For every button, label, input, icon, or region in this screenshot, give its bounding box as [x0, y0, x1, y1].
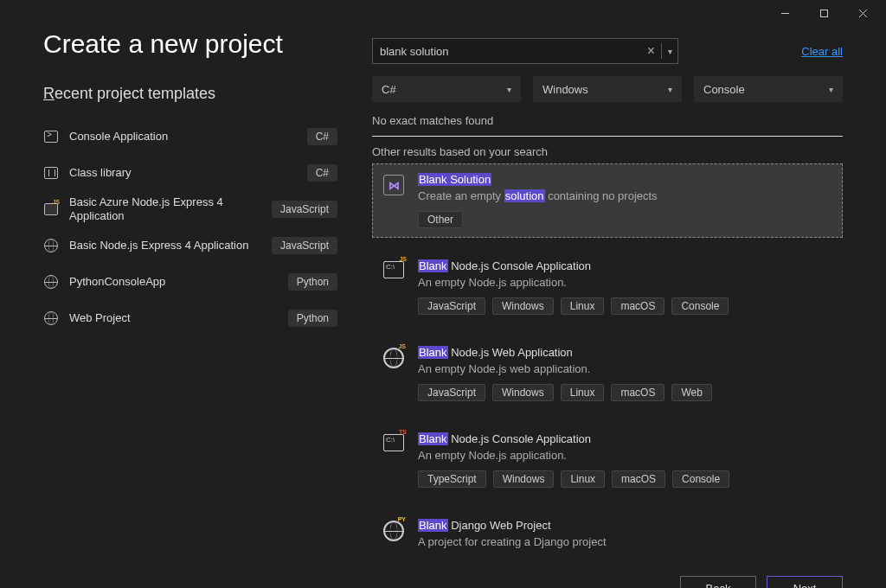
clear-search-button[interactable]: × [641, 43, 662, 59]
search-input[interactable] [373, 45, 641, 58]
globe-icon [43, 310, 59, 326]
recent-template-label: Web Project [69, 311, 278, 325]
globe-py-icon: PY [382, 521, 406, 545]
recent-template-item[interactable]: Console ApplicationC# [43, 118, 337, 155]
template-tag: Other [418, 211, 463, 228]
divider [372, 136, 843, 137]
project-template-item[interactable]: PYBlank Django Web ProjectA project for … [372, 509, 843, 559]
page-title: Create a new project [43, 29, 337, 59]
results-list: ⋈Blank SolutionCreate an empty solution … [372, 163, 843, 559]
template-tag: Console [671, 297, 729, 315]
template-title: Blank Django Web Project [418, 519, 833, 532]
template-tag: Windows [493, 470, 555, 488]
other-results-heading: Other results based on your search [372, 145, 843, 158]
template-tag: Linux [561, 297, 605, 315]
node-icon [43, 201, 59, 217]
template-tag: Linux [561, 384, 605, 401]
project-template-item[interactable]: ⋈Blank SolutionCreate an empty solution … [372, 163, 843, 238]
svg-rect-1 [821, 10, 828, 16]
template-description: An empty Node.js application. [418, 449, 833, 463]
template-tag: Web [671, 384, 711, 401]
language-badge: C# [307, 128, 337, 145]
search-box[interactable]: × ▾ [372, 38, 678, 64]
language-badge: JavaScript [272, 237, 337, 254]
template-tag: Windows [492, 384, 554, 401]
project-template-item[interactable]: JSBlank Node.js Console ApplicationAn em… [372, 250, 843, 324]
template-tag: JavaScript [418, 297, 485, 315]
vs-icon: ⋈ [382, 175, 406, 199]
recent-template-label: Console Application [69, 130, 297, 144]
language-filter[interactable]: C#▾ [372, 76, 521, 102]
template-description: A project for creating a Django project [418, 535, 833, 550]
template-tag: macOS [612, 470, 665, 488]
template-description: An empty Node.js application. [418, 276, 833, 291]
back-button[interactable]: Back [680, 576, 756, 588]
template-description: An empty Node.js web application. [418, 362, 833, 377]
no-match-text: No exact matches found [372, 114, 843, 127]
template-title: Blank Node.js Web Application [418, 346, 833, 359]
recent-template-item[interactable]: Basic Azure Node.js Express 4 Applicatio… [43, 191, 337, 227]
project-template-item[interactable]: JSBlank Node.js Web ApplicationAn empty … [372, 336, 843, 411]
close-button[interactable] [844, 0, 883, 26]
recent-template-label: Basic Node.js Express 4 Application [69, 239, 261, 252]
search-history-dropdown[interactable]: ▾ [662, 47, 677, 56]
recent-template-label: Class library [69, 166, 297, 180]
library-icon [43, 165, 59, 181]
recent-template-item[interactable]: Web ProjectPython [43, 300, 337, 336]
language-badge: C# [307, 164, 337, 182]
template-tags: JavaScriptWindowsLinuxmacOSWeb [418, 384, 833, 401]
template-tags: Other [418, 211, 833, 228]
template-description: Create an empty solution containing no p… [418, 189, 833, 204]
template-tag: JavaScript [418, 384, 485, 401]
template-title: Blank Solution [418, 173, 833, 186]
minimize-button[interactable] [766, 0, 805, 26]
clear-all-link[interactable]: Clear all [801, 45, 843, 58]
project-type-filter[interactable]: Console▾ [694, 76, 843, 102]
recent-template-item[interactable]: Class libraryC# [43, 155, 337, 191]
console-icon [43, 129, 59, 144]
recent-templates-heading: Recent project templates [43, 85, 337, 103]
globe-icon [43, 238, 59, 253]
recent-templates-list: Console ApplicationC#Class libraryC#Basi… [43, 118, 337, 336]
template-tags: JavaScriptWindowsLinuxmacOSConsole [418, 297, 833, 315]
language-badge: Python [288, 310, 337, 327]
recent-template-item[interactable]: PythonConsoleAppPython [43, 264, 337, 300]
globe-js-icon: JS [382, 348, 406, 372]
platform-filter[interactable]: Windows▾ [533, 76, 682, 102]
template-tag: Linux [561, 470, 605, 488]
project-template-item[interactable]: TSBlank Node.js Console ApplicationAn em… [372, 423, 843, 497]
title-bar [0, 0, 886, 26]
recent-template-label: PythonConsoleApp [69, 275, 278, 289]
language-badge: JavaScript [272, 201, 337, 218]
template-tags: TypeScriptWindowsLinuxmacOSConsole [418, 470, 833, 488]
template-title: Blank Node.js Console Application [418, 432, 833, 445]
globe-icon [43, 274, 59, 290]
next-button[interactable]: Next [767, 576, 843, 588]
maximize-button[interactable] [805, 0, 844, 26]
recent-template-item[interactable]: Basic Node.js Express 4 ApplicationJavaS… [43, 227, 337, 264]
console-js-icon: JS [382, 261, 406, 285]
template-tag: TypeScript [418, 470, 486, 488]
template-tag: Windows [492, 297, 554, 315]
template-tag: Console [672, 470, 729, 488]
recent-template-label: Basic Azure Node.js Express 4 Applicatio… [69, 195, 261, 222]
language-badge: Python [288, 273, 337, 291]
template-tag: macOS [611, 384, 664, 401]
template-title: Blank Node.js Console Application [418, 259, 833, 272]
template-tag: macOS [611, 297, 664, 315]
console-ts-icon: TS [382, 434, 406, 458]
